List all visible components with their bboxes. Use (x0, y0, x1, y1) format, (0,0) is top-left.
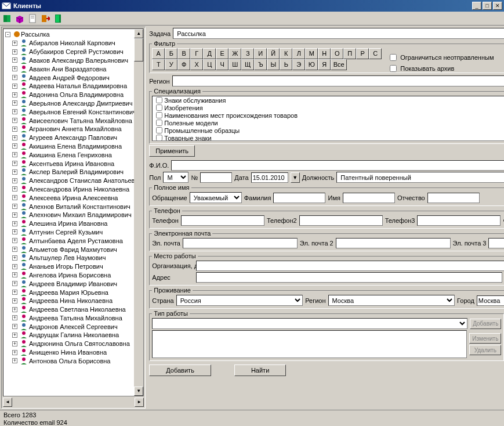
sex-select[interactable]: М (163, 172, 188, 183)
alpha-button-Д[interactable]: Д (203, 48, 216, 59)
limit-unsent-checkbox[interactable] (390, 54, 397, 61)
alpha-button-У[interactable]: У (165, 59, 177, 70)
tree-expand-icon[interactable]: + (12, 238, 17, 243)
tree-hscroll[interactable]: ◄ ► (3, 398, 144, 407)
alpha-button-Ю[interactable]: Ю (305, 59, 318, 70)
spec-item[interactable]: Полезные модели (153, 119, 504, 127)
tree-item[interactable]: +Аксентьева Ирина Ивановна (4, 159, 143, 168)
tree-expand-icon[interactable]: + (12, 255, 17, 261)
alpha-button-Я[interactable]: Я (318, 59, 331, 70)
spec-item[interactable]: Товарные знаки (153, 134, 504, 141)
alpha-button-В[interactable]: В (177, 48, 190, 59)
phone2-input[interactable] (299, 215, 383, 226)
tree-item[interactable]: +Авдонина Ольга Владимировна (4, 91, 143, 99)
tree-expand-icon[interactable]: + (12, 204, 17, 209)
res-region-select[interactable]: Москва (328, 295, 455, 306)
alpha-button-Б[interactable]: Б (165, 48, 177, 59)
alpha-button-Г[interactable]: Г (190, 48, 203, 59)
alpha-button-Т[interactable]: Т (152, 59, 165, 70)
tree-item[interactable]: +Альтшулер Лев Наумович (4, 254, 143, 262)
show-archive-checkbox[interactable] (390, 65, 397, 72)
tree-item[interactable]: +Аверьянов Евгений Константинович (4, 107, 143, 116)
spec-item[interactable]: Наименования мест происхождения товаров (153, 111, 504, 119)
country-select[interactable]: Россия (176, 295, 303, 306)
alpha-button-Р[interactable]: Р (356, 48, 369, 59)
tree-expand-icon[interactable]: + (12, 333, 17, 338)
close-button[interactable]: ✕ (493, 2, 502, 10)
tree-item[interactable]: +Акслер Валерий Владимирович (4, 168, 143, 176)
city-input[interactable] (477, 295, 504, 306)
alpha-button-Все[interactable]: Все (331, 59, 347, 70)
tree-item[interactable]: +Андреев Владимир Иванович (4, 279, 143, 288)
tree-expand-icon[interactable]: + (12, 109, 17, 114)
alpha-button-К[interactable]: К (280, 48, 292, 59)
tree-item[interactable]: +Алтынбаева Аделя Рустамовна (4, 236, 143, 245)
surname-input[interactable] (273, 193, 325, 203)
tree-item[interactable]: +Алехнович Михаил Владимирович (4, 211, 143, 219)
specialization-list[interactable]: Знаки обслуживанияИзобретенияНаименовани… (152, 96, 504, 141)
tree-expand-icon[interactable]: + (12, 307, 17, 312)
door-icon[interactable] (53, 14, 63, 23)
alpha-button-Ф[interactable]: Ф (177, 59, 190, 70)
tree-item[interactable]: +Алтунин Сергей Кузьмич (4, 228, 143, 237)
tree-expand-icon[interactable]: + (12, 212, 17, 218)
name-input[interactable] (343, 193, 395, 203)
alpha-button-Ч[interactable]: Ч (216, 59, 229, 70)
tree-root-label[interactable]: Рассылка (21, 31, 50, 38)
alpha-button-А[interactable]: А (152, 48, 165, 59)
tree-expand-icon[interactable]: + (12, 135, 17, 140)
tree-expand-icon[interactable]: + (12, 281, 17, 286)
scroll-thumb[interactable] (134, 38, 143, 62)
spec-checkbox[interactable] (156, 135, 162, 141)
email3-input[interactable] (488, 238, 504, 248)
tree-item[interactable]: +Акишина Елена Генриховна (4, 150, 143, 159)
tree-expand-icon[interactable]: + (12, 66, 17, 71)
document-icon[interactable] (28, 14, 37, 23)
apply-button[interactable]: Применить (149, 145, 195, 157)
tree-item[interactable]: +Андрущак Галина Николаевна (4, 331, 143, 340)
tree-item[interactable]: +Альметов Фарид Махмутович (4, 245, 143, 254)
scroll-down-button[interactable]: ▼ (134, 387, 143, 396)
tree-expand-icon[interactable]: + (12, 229, 17, 234)
tree-expand-icon[interactable]: + (12, 161, 17, 166)
alpha-button-Ж[interactable]: Ж (229, 48, 241, 59)
client-tree[interactable]: -Рассылка+Абиралов Николай Карпович+Абуб… (3, 29, 143, 366)
typework-add-button[interactable]: Добавить (470, 319, 501, 329)
tree-item[interactable]: +Александрова Ирина Николаевна (4, 185, 143, 194)
book-icon[interactable] (2, 14, 12, 23)
alpha-button-М[interactable]: М (305, 48, 318, 59)
tree-expand-icon[interactable]: + (12, 75, 17, 80)
tree-item[interactable]: +Алексеева Ирина Алексеевна (4, 193, 143, 202)
tree-expand-icon[interactable]: + (12, 298, 17, 304)
date-input[interactable] (251, 172, 288, 183)
tree-expand-icon[interactable]: + (12, 41, 17, 46)
tree-item[interactable]: +Анищенко Нина Ивановна (4, 348, 143, 357)
exit-icon[interactable] (41, 14, 50, 23)
maximize-button[interactable]: □ (483, 2, 492, 10)
tree-item[interactable]: +Андреева Светлана Николаевна (4, 305, 143, 314)
tree-expand-icon[interactable]: + (12, 272, 17, 277)
typework-list[interactable] (152, 330, 467, 358)
spec-item[interactable]: Изобретения (153, 104, 504, 111)
spec-checkbox[interactable] (156, 127, 162, 133)
number-input[interactable] (200, 172, 232, 183)
typework-delete-button[interactable]: Удалить (469, 345, 501, 355)
tree-item[interactable]: +Ананьев Игорь Петрович (4, 262, 143, 271)
spec-checkbox[interactable] (156, 120, 162, 126)
region-select[interactable] (172, 75, 504, 86)
tree-item[interactable]: +Авдеев Андрей Федорович (4, 73, 143, 82)
tree-item[interactable]: +Антонова Ольга Борисовна (4, 356, 143, 365)
tree-expand-icon[interactable]: + (12, 100, 17, 106)
tree-expand-icon[interactable]: + (12, 84, 17, 89)
phone1-input[interactable] (181, 215, 264, 226)
tree-expand-icon[interactable]: + (12, 358, 17, 363)
alpha-button-Л[interactable]: Л (292, 48, 305, 59)
tree-item[interactable]: +Авакян Ани Вараздатовна (4, 64, 143, 73)
appeal-select[interactable]: Уважаемый (190, 192, 242, 203)
tree-expand-icon[interactable]: + (12, 186, 17, 192)
alpha-button-Ъ[interactable]: Ъ (254, 59, 267, 70)
tree-expand-icon[interactable]: - (5, 32, 10, 37)
tree-item[interactable]: +Андреева Мария Юрьевна (4, 288, 143, 297)
scroll-right-button[interactable]: ► (135, 398, 144, 407)
tree-item[interactable]: +Андреева Татьяна Михайловна (4, 314, 143, 323)
